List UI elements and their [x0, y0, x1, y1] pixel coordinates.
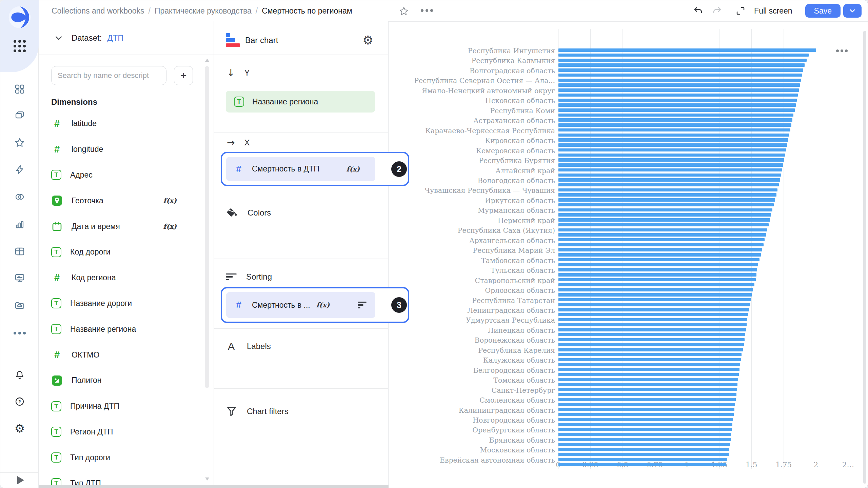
bar[interactable] — [558, 168, 782, 172]
bar[interactable] — [558, 238, 765, 242]
bar[interactable] — [558, 118, 792, 122]
bar[interactable] — [558, 59, 807, 62]
bar[interactable] — [558, 273, 756, 277]
notifications-bell-icon[interactable] — [14, 370, 25, 381]
bar[interactable] — [558, 213, 771, 217]
sidebar-item-editor[interactable] — [14, 246, 25, 257]
bar[interactable] — [558, 423, 732, 426]
bar[interactable] — [558, 253, 761, 257]
bar[interactable] — [558, 143, 787, 147]
bar[interactable] — [558, 358, 741, 362]
bar[interactable] — [558, 103, 796, 107]
fullscreen-icon[interactable] — [736, 6, 745, 16]
bar[interactable] — [558, 353, 742, 357]
bar[interactable] — [558, 438, 731, 441]
bar[interactable] — [558, 393, 736, 396]
bar[interactable] — [558, 248, 762, 251]
bar[interactable] — [558, 318, 747, 322]
sidebar-item-workbooks[interactable] — [14, 110, 25, 121]
bar[interactable] — [558, 408, 734, 411]
bar[interactable] — [558, 193, 776, 197]
bar[interactable] — [558, 323, 747, 326]
dimension-item[interactable]: TПричина ДТП — [51, 393, 177, 419]
bar[interactable] — [558, 99, 797, 102]
chart-settings-gear-icon[interactable]: ⚙ — [362, 34, 373, 46]
dimension-item[interactable]: TТип дороги — [51, 445, 177, 470]
sorting-section-header[interactable]: Sorting — [226, 272, 272, 282]
horizontal-scrollbar[interactable] — [39, 485, 389, 488]
sidebar-item-more[interactable] — [14, 328, 25, 339]
chart-menu-icon[interactable] — [834, 46, 850, 55]
colors-section-header[interactable]: Colors — [225, 206, 271, 219]
bar[interactable] — [558, 263, 758, 267]
bar[interactable] — [558, 188, 777, 192]
bar[interactable] — [558, 114, 793, 117]
bar[interactable] — [558, 368, 739, 371]
bar[interactable] — [558, 383, 737, 386]
sidebar-item-dashboards[interactable] — [14, 273, 25, 284]
bar[interactable] — [558, 63, 805, 67]
bar[interactable] — [558, 448, 729, 451]
dataset-name-link[interactable]: ДТП — [107, 33, 123, 43]
dimension-item[interactable]: #longitude — [51, 137, 177, 162]
sidebar-item-connections[interactable] — [14, 164, 25, 175]
bar[interactable] — [558, 298, 751, 302]
chart-scrollbar[interactable] — [863, 31, 866, 484]
sidebar-item-favorites[interactable] — [14, 137, 25, 148]
dimension-item[interactable]: TНазвание региона — [51, 316, 177, 342]
bar[interactable] — [558, 88, 799, 92]
bar[interactable] — [558, 198, 775, 202]
breadcrumb-current-chart[interactable]: Смертность по регионам — [262, 6, 352, 16]
help-icon[interactable]: ? — [14, 396, 25, 407]
bar[interactable] — [558, 278, 756, 282]
dimension-item[interactable]: #ОКТМО — [51, 342, 177, 368]
sidebar-item-collections[interactable] — [14, 84, 25, 95]
bar[interactable] — [558, 293, 752, 297]
bar[interactable] — [558, 68, 803, 72]
bar[interactable] — [558, 243, 764, 247]
breadcrumb-workbook[interactable]: Практические руководства — [155, 6, 252, 16]
datalens-logo[interactable] — [7, 4, 33, 30]
bar[interactable] — [558, 373, 739, 377]
bar[interactable] — [558, 203, 774, 207]
undo-icon[interactable] — [693, 6, 703, 16]
bar[interactable] — [558, 178, 780, 182]
sidebar-item-datasets[interactable] — [14, 191, 25, 202]
expand-panel-icon[interactable] — [17, 476, 24, 484]
more-options-icon[interactable] — [421, 9, 433, 12]
dataset-header[interactable]: Dataset: ДТП — [39, 21, 214, 55]
settings-gear-icon[interactable]: ⚙ — [14, 423, 25, 434]
bar[interactable] — [558, 108, 795, 112]
dimension-item[interactable]: TРегион ДТП — [51, 419, 177, 445]
add-field-button[interactable]: + — [174, 66, 193, 85]
bar[interactable] — [558, 363, 740, 366]
bar[interactable] — [558, 54, 809, 57]
bar[interactable] — [558, 348, 743, 351]
sidebar-item-charts[interactable] — [14, 219, 25, 230]
bar[interactable] — [558, 74, 802, 77]
bar[interactable] — [558, 303, 750, 306]
chart-type-selector[interactable]: Bar chart — [245, 36, 278, 45]
search-input[interactable] — [51, 66, 166, 85]
bar[interactable] — [558, 418, 733, 421]
dimension-item[interactable]: #latitude — [51, 111, 177, 137]
bar[interactable] — [558, 433, 731, 436]
dimension-item[interactable]: #Код региона — [51, 265, 177, 291]
bar[interactable] — [558, 258, 760, 262]
bar[interactable] — [558, 94, 798, 97]
bar[interactable] — [558, 458, 727, 461]
save-button[interactable]: Save — [805, 4, 841, 18]
bar[interactable] — [558, 333, 745, 337]
dimension-item[interactable]: TАдрес — [51, 162, 177, 188]
labels-section-header[interactable]: A Labels — [225, 341, 271, 352]
fullscreen-label[interactable]: Full screen — [754, 6, 792, 16]
bar[interactable] — [558, 183, 779, 187]
dataset-panel-scrollbar[interactable] — [205, 66, 209, 388]
bar[interactable] — [558, 388, 737, 391]
bar[interactable] — [558, 174, 781, 177]
bar[interactable] — [558, 378, 738, 381]
favorite-star-icon[interactable] — [399, 6, 409, 16]
bar[interactable] — [558, 443, 730, 446]
dimension-item[interactable]: Дата и времяf(x) — [51, 214, 177, 239]
bar[interactable] — [558, 208, 772, 212]
